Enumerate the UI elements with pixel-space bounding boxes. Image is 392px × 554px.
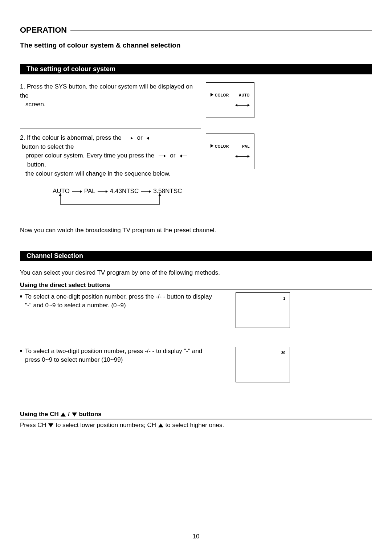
ch-buttons-title: Using the CH / buttons [20, 411, 372, 418]
step2-a: 2. If the colour is abnormal, press the [20, 134, 123, 141]
step-2-row: 2. If the colour is abnormal, press the … [20, 134, 372, 209]
step2-f: button, [25, 161, 46, 168]
triangle-down-icon [72, 413, 77, 416]
step2-g: the colour system will change in the seq… [25, 170, 171, 177]
arrow-left-icon [235, 155, 242, 158]
step-1-text: 1. Press the SYS button, the colour syst… [20, 82, 201, 109]
triangle-up-icon [61, 413, 66, 416]
ch-buttons-desc: Press CH to select lower position number… [20, 422, 372, 429]
play-icon [211, 93, 213, 97]
osd-arrow-row [235, 104, 250, 107]
title-rule [70, 30, 372, 30]
arrow-left-icon [235, 104, 242, 107]
osd-color-label: COLOR [211, 144, 229, 148]
bullet2-a: To select a two-digit position number, p… [25, 348, 202, 354]
spacer [20, 382, 372, 411]
step1-line2: screen. [25, 101, 46, 108]
manual-page: OPERATION The setting of colour system &… [0, 0, 392, 554]
separator-line [20, 128, 201, 128]
step2-e: or [168, 152, 177, 159]
play-icon [211, 144, 213, 148]
bullet-1-row: To select a one-digit position number, p… [20, 292, 372, 328]
bullet-1-text: To select a one-digit position number, p… [20, 292, 230, 310]
arrow-right-icon [141, 190, 151, 193]
ch-title-b: / [68, 411, 70, 418]
direct-select-title: Using the direct select buttons [20, 282, 372, 289]
thick-rule [20, 290, 372, 290]
step2-b: or [135, 134, 144, 141]
section-heading-colour: The setting of colour system [20, 64, 372, 74]
osd-panel-num-30: 30 [236, 347, 290, 382]
ch-desc-b: to select lower position numbers; CH [56, 422, 156, 428]
osd-panel-color-auto: COLOR AUTO [206, 82, 254, 118]
arrow-right-icon [98, 190, 108, 193]
bullet-2-text: To select a two-digit position number, p… [20, 347, 230, 364]
section-heading-channel: Channel Selection [20, 251, 372, 261]
step2-c: button to select the [20, 143, 74, 150]
osd-panel-num-1: 1 [236, 292, 290, 328]
loop-arrow-icon [59, 193, 161, 206]
spacer [20, 328, 372, 347]
thick-rule [20, 419, 372, 419]
bullet1-a: To select a one-digit position number, p… [25, 293, 212, 300]
osd-color-label: COLOR [211, 93, 229, 97]
bullet2-b: press 0~9 to select number (10~99) [25, 356, 123, 363]
arrow-left-icon [180, 155, 187, 157]
colour-sequence-diagram: AUTO PAL 4.43NTSC 3.58NTSC [53, 187, 180, 209]
osd-color-text: COLOR [215, 144, 229, 148]
section-title-text: OPERATION [20, 25, 67, 35]
ch-desc-c: to select higher ones. [166, 422, 224, 428]
arrow-left-icon [147, 137, 154, 140]
osd-num-value: 1 [283, 296, 285, 300]
ch-title-c: buttons [79, 411, 101, 418]
arrow-right-icon [242, 104, 250, 107]
colour-after-paragraph: Now you can watch the broadcasting TV pr… [20, 227, 372, 234]
bullet-icon [20, 350, 22, 352]
osd-color-text: COLOR [215, 93, 229, 97]
section-title-operation: OPERATION [20, 25, 372, 35]
bullet1-b: "-" and 0~9 to select a number. (0~9) [25, 302, 126, 309]
step2-d: proper colour system. Every time you pre… [25, 152, 156, 159]
osd-num-value: 30 [281, 351, 285, 355]
arrow-right-icon [159, 155, 166, 157]
ch-title-a: Using the CH [20, 411, 59, 418]
osd-arrow-row [235, 155, 250, 158]
bullet-2-row: To select a two-digit position number, p… [20, 347, 372, 382]
bullet-icon [20, 295, 22, 297]
osd-panel-color-pal: COLOR PAL [206, 134, 254, 169]
subtitle: The setting of colour system & channel s… [20, 41, 372, 49]
arrow-right-icon [126, 137, 133, 140]
arrow-right-icon [72, 190, 82, 193]
triangle-up-icon [158, 423, 163, 427]
channel-intro: You can select your desired TV program b… [20, 269, 372, 276]
arrow-right-icon [242, 155, 250, 158]
osd-color-value: PAL [242, 144, 250, 148]
ch-desc-a: Press CH [20, 422, 46, 428]
step-2-text: 2. If the colour is abnormal, press the … [20, 134, 201, 209]
osd-color-value: AUTO [239, 93, 250, 97]
page-number: 10 [0, 533, 392, 540]
triangle-down-icon [48, 423, 53, 427]
step-1-row: 1. Press the SYS button, the colour syst… [20, 82, 372, 118]
step1-line1: 1. Press the SYS button, the colour syst… [20, 83, 193, 99]
